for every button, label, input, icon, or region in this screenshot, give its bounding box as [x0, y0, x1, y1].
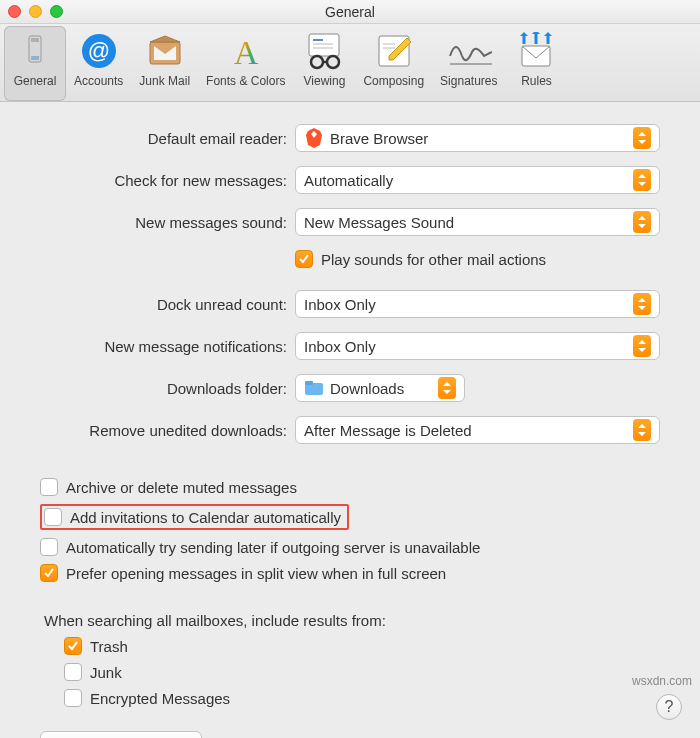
popup-value: After Message is Deleted: [304, 422, 627, 439]
split-view-label: Prefer opening messages in split view wh…: [66, 565, 446, 582]
play-sounds-checkbox[interactable]: [295, 250, 313, 268]
svg-point-13: [311, 56, 323, 68]
tab-label: Viewing: [304, 74, 346, 88]
svg-marker-29: [638, 216, 646, 220]
tab-composing[interactable]: Composing: [355, 26, 432, 101]
search-encrypted-label: Encrypted Messages: [90, 690, 230, 707]
sound-popup[interactable]: New Messages Sound: [295, 208, 660, 236]
downloads-label: Downloads folder:: [40, 380, 295, 397]
popup-value: Brave Browser: [330, 130, 627, 147]
tab-signatures[interactable]: Signatures: [432, 26, 505, 101]
notifications-label: New message notifications:: [40, 338, 295, 355]
remove-downloads-label: Remove unedited downloads:: [40, 422, 295, 439]
tab-accounts[interactable]: @ Accounts: [66, 26, 131, 101]
fonts-colors-icon: A: [223, 30, 269, 72]
viewing-icon: [301, 30, 347, 72]
try-later-checkbox[interactable]: [40, 538, 58, 556]
tab-label: Rules: [521, 74, 552, 88]
tab-label: Composing: [363, 74, 424, 88]
archive-muted-checkbox[interactable]: [40, 478, 58, 496]
check-messages-popup[interactable]: Automatically: [295, 166, 660, 194]
highlighted-option: Add invitations to Calendar automaticall…: [40, 504, 349, 530]
popup-value: New Messages Sound: [304, 214, 627, 231]
tab-general[interactable]: General: [4, 26, 66, 101]
popup-value: Downloads: [330, 380, 432, 397]
accounts-icon: @: [76, 30, 122, 72]
watermark: wsxdn.com: [632, 674, 692, 688]
popup-arrows-icon: [633, 335, 651, 357]
try-later-label: Automatically try sending later if outgo…: [66, 539, 480, 556]
remove-downloads-popup[interactable]: After Message is Deleted: [295, 416, 660, 444]
downloads-popup[interactable]: Downloads: [295, 374, 465, 402]
popup-value: Automatically: [304, 172, 627, 189]
tab-junk-mail[interactable]: Junk Mail: [131, 26, 198, 101]
window-title: General: [325, 4, 375, 20]
svg-rect-9: [309, 34, 339, 56]
minimize-window-button[interactable]: [29, 5, 42, 18]
popup-arrows-icon: [633, 127, 651, 149]
tab-viewing[interactable]: Viewing: [293, 26, 355, 101]
play-sounds-label: Play sounds for other mail actions: [321, 251, 546, 268]
add-invites-checkbox[interactable]: [44, 508, 62, 526]
sound-label: New messages sound:: [40, 214, 295, 231]
svg-rect-2: [31, 38, 39, 42]
svg-marker-22: [520, 32, 528, 36]
folder-icon: [304, 378, 324, 398]
split-view-checkbox[interactable]: [40, 564, 58, 582]
default-reader-popup[interactable]: Brave Browser: [295, 124, 660, 152]
svg-marker-6: [150, 36, 180, 42]
search-encrypted-checkbox[interactable]: [64, 689, 82, 707]
help-icon: ?: [665, 698, 674, 716]
tab-rules[interactable]: Rules: [505, 26, 567, 101]
composing-icon: [371, 30, 417, 72]
svg-marker-40: [638, 432, 646, 436]
rules-icon: [513, 30, 559, 72]
popup-arrows-icon: [438, 377, 456, 399]
brave-icon: [304, 128, 324, 148]
svg-marker-34: [638, 348, 646, 352]
popup-arrows-icon: [633, 211, 651, 233]
svg-marker-26: [638, 140, 646, 144]
manage-plugins-button[interactable]: Manage Plug-ins…: [40, 731, 202, 738]
tab-label: Signatures: [440, 74, 497, 88]
svg-marker-25: [638, 132, 646, 136]
dock-unread-popup[interactable]: Inbox Only: [295, 290, 660, 318]
svg-marker-31: [638, 298, 646, 302]
svg-text:@: @: [88, 38, 110, 63]
notifications-popup[interactable]: Inbox Only: [295, 332, 660, 360]
svg-text:A: A: [233, 34, 258, 70]
tab-label: Junk Mail: [139, 74, 190, 88]
svg-marker-30: [638, 224, 646, 228]
archive-muted-label: Archive or delete muted messages: [66, 479, 297, 496]
svg-marker-28: [638, 182, 646, 186]
help-button[interactable]: ?: [656, 694, 682, 720]
search-junk-checkbox[interactable]: [64, 663, 82, 681]
search-junk-label: Junk: [90, 664, 122, 681]
default-reader-label: Default email reader:: [40, 130, 295, 147]
svg-marker-24: [544, 32, 552, 36]
tab-label: General: [14, 74, 57, 88]
search-heading: When searching all mailboxes, include re…: [44, 612, 660, 629]
popup-value: Inbox Only: [304, 296, 627, 313]
tab-label: Accounts: [74, 74, 123, 88]
svg-marker-32: [638, 306, 646, 310]
svg-marker-38: [443, 390, 451, 394]
window-titlebar: General: [0, 0, 700, 24]
popup-arrows-icon: [633, 419, 651, 441]
general-icon: [12, 30, 58, 72]
search-trash-checkbox[interactable]: [64, 637, 82, 655]
svg-marker-27: [638, 174, 646, 178]
zoom-window-button[interactable]: [50, 5, 63, 18]
svg-rect-36: [305, 381, 313, 385]
add-invites-label: Add invitations to Calendar automaticall…: [70, 509, 341, 526]
svg-marker-37: [443, 382, 451, 386]
popup-arrows-icon: [633, 169, 651, 191]
settings-content: Default email reader: Brave Browser Chec…: [0, 102, 700, 738]
svg-marker-39: [638, 424, 646, 428]
junk-mail-icon: [142, 30, 188, 72]
tab-fonts-colors[interactable]: A Fonts & Colors: [198, 26, 293, 101]
window-controls: [8, 5, 63, 18]
popup-value: Inbox Only: [304, 338, 627, 355]
close-window-button[interactable]: [8, 5, 21, 18]
svg-marker-23: [532, 32, 540, 34]
